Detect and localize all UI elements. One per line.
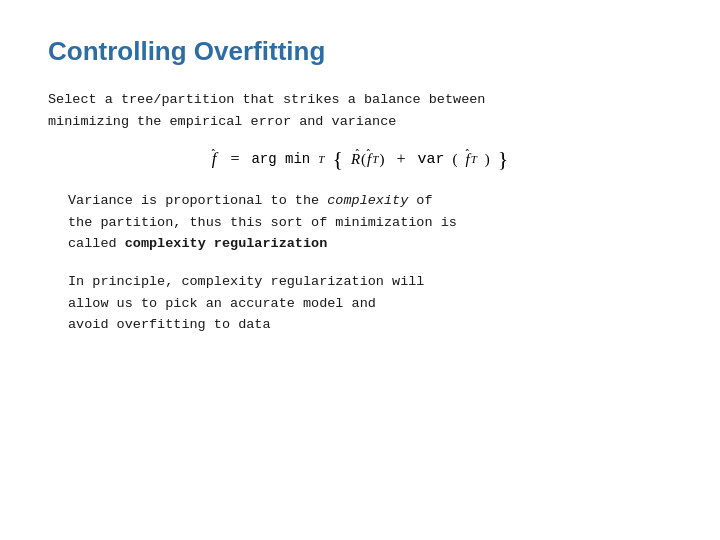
- bullet1-line3: called complexity regularization: [68, 236, 327, 251]
- bullet1-line2: the partition, thus this sort of minimiz…: [68, 215, 457, 230]
- intro-line1: Select a tree/partition that strikes a b…: [48, 92, 485, 107]
- intro-text: Select a tree/partition that strikes a b…: [48, 89, 672, 132]
- bullet1-block: Variance is proportional to the complexi…: [48, 190, 672, 255]
- bullet2-block: In principle, complexity regularization …: [48, 271, 672, 336]
- slide-title: Controlling Overfitting: [48, 36, 672, 67]
- bullet2-line3: avoid overfitting to data: [68, 317, 271, 332]
- R-hat-term: R̂ ( f̂ T ): [351, 151, 384, 168]
- f-hat-symbol: f̂: [212, 149, 217, 169]
- var-parens: (: [452, 151, 457, 168]
- f-hat-T-var: f̂ T: [465, 151, 476, 168]
- bullet1-line1: Variance is proportional to the complexi…: [68, 193, 433, 208]
- close-brace: }: [498, 148, 509, 170]
- var-term: var: [417, 151, 444, 168]
- open-brace: {: [332, 148, 343, 170]
- intro-line2: minimizing the empirical error and varia…: [48, 114, 396, 129]
- argmin-text: arg min: [251, 151, 310, 167]
- close-paren-var: ): [485, 151, 490, 168]
- slide-container: Controlling Overfitting Select a tree/pa…: [0, 0, 720, 540]
- plus-sign: +: [392, 150, 409, 168]
- formula-block: f̂ = arg min T { R̂ ( f̂ T ) + var ( f̂ …: [48, 148, 672, 170]
- T-subscript: T: [318, 153, 324, 165]
- bullet2-line2: allow us to pick an accurate model and: [68, 296, 376, 311]
- bullet2-line1: In principle, complexity regularization …: [68, 274, 424, 289]
- equals-sign: =: [226, 150, 243, 168]
